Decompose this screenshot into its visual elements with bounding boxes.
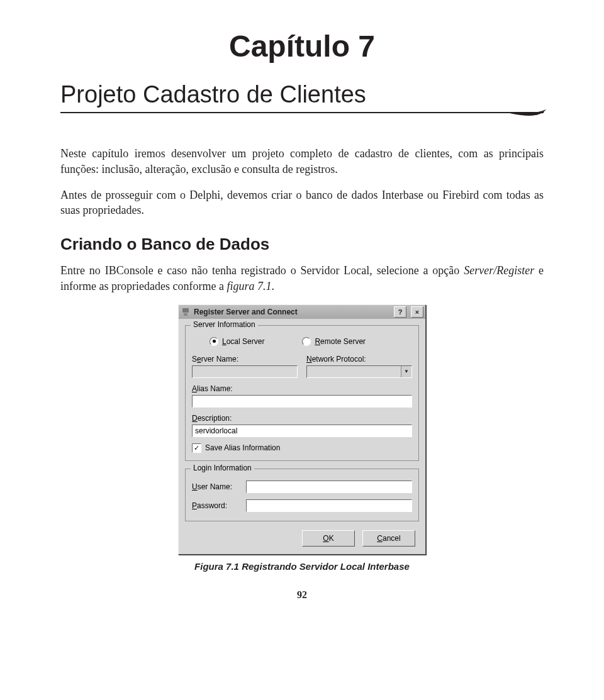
page-number: 92	[60, 589, 544, 601]
paragraph-2: Antes de prosseguir com o Delphi, devemo…	[60, 187, 544, 219]
help-button[interactable]: ?	[394, 306, 406, 318]
description-field[interactable]: servidorlocal	[192, 425, 412, 437]
server-information-group: Server Information Local Server Remote S…	[185, 325, 419, 461]
alias-name-label: Alias Name:	[192, 384, 412, 393]
server-name-field	[192, 365, 298, 378]
save-alias-label: Save Alias Information	[205, 443, 280, 452]
paragraph-3: Entre no IBConsole e caso não tenha regi…	[60, 263, 544, 294]
dialog-titlebar[interactable]: Register Server and Connect ? ×	[179, 305, 425, 319]
swoosh-icon	[510, 108, 547, 122]
cancel-button[interactable]: Cancel	[362, 530, 415, 547]
figure-caption: Figura 7.1 Registrando Servidor Local In…	[60, 561, 544, 572]
local-server-radio[interactable]: Local Server	[210, 337, 264, 346]
svg-rect-1	[184, 313, 187, 316]
network-protocol-label: Network Protocol:	[306, 355, 412, 364]
save-alias-checkbox[interactable]: ✓ Save Alias Information	[192, 443, 412, 453]
svg-rect-0	[182, 308, 189, 313]
subheading: Criando o Banco de Dados	[60, 235, 544, 254]
paragraph-1: Neste capítulo iremos desenvolver um pro…	[60, 146, 544, 177]
login-information-legend: Login Information	[191, 464, 254, 472]
paragraph-3-d: figura 7.1	[226, 280, 271, 292]
user-name-field[interactable]	[246, 481, 412, 493]
dialog-title: Register Server and Connect	[194, 308, 389, 316]
decorative-rule	[60, 112, 544, 130]
checkbox-icon: ✓	[192, 443, 201, 453]
alias-name-field[interactable]	[192, 395, 412, 408]
local-server-radio-label: Local Server	[222, 337, 264, 346]
login-information-group: Login Information User Name: Password:	[185, 469, 419, 521]
section-title: Projeto Cadastro de Clientes	[60, 81, 544, 108]
password-label: Password:	[192, 501, 246, 510]
chevron-down-icon: ▼	[401, 366, 411, 377]
radio-icon	[210, 337, 218, 346]
radio-icon	[302, 337, 311, 346]
close-button[interactable]: ×	[411, 306, 423, 318]
paragraph-3-e: .	[271, 280, 274, 292]
paragraph-3-b: Server/Register	[464, 264, 534, 277]
user-name-label: User Name:	[192, 482, 246, 491]
description-label: Description:	[192, 414, 412, 423]
server-information-legend: Server Information	[191, 320, 258, 329]
password-field[interactable]	[246, 499, 412, 512]
remote-server-radio-label: Remote Server	[315, 337, 366, 346]
remote-server-radio[interactable]: Remote Server	[302, 337, 366, 346]
ok-button[interactable]: OK	[302, 530, 355, 547]
server-name-label: Server Name:	[192, 355, 298, 364]
app-icon	[181, 307, 191, 317]
network-protocol-select	[306, 365, 412, 378]
chapter-title: Capítulo 7	[60, 29, 544, 64]
register-server-dialog: Register Server and Connect ? × Server I…	[178, 304, 426, 555]
paragraph-3-a: Entre no IBConsole e caso não tenha regi…	[60, 264, 464, 277]
